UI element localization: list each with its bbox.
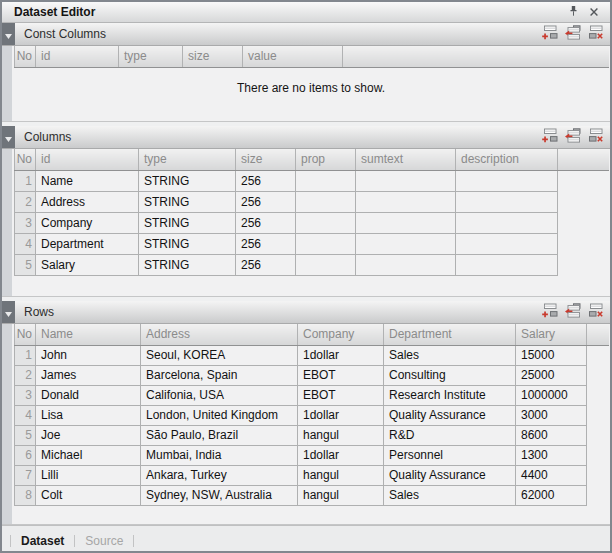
cell[interactable] bbox=[356, 191, 456, 212]
cell[interactable] bbox=[296, 191, 356, 212]
row-number-cell[interactable]: 1 bbox=[15, 170, 36, 191]
table-row[interactable]: 5SalarySTRING256 bbox=[15, 254, 609, 275]
cell[interactable]: EBOT bbox=[298, 365, 384, 385]
cell[interactable]: STRING bbox=[139, 254, 236, 275]
collapse-button[interactable] bbox=[2, 126, 15, 148]
cell[interactable] bbox=[456, 212, 558, 233]
cell[interactable]: John bbox=[36, 345, 141, 365]
cell[interactable]: Seoul, KOREA bbox=[141, 345, 298, 365]
cell[interactable]: Colt bbox=[36, 485, 141, 505]
row-number-cell[interactable]: 8 bbox=[15, 485, 36, 505]
row-number-cell[interactable]: 4 bbox=[15, 233, 36, 254]
pin-button[interactable] bbox=[563, 3, 584, 21]
add-row-button[interactable] bbox=[540, 26, 559, 42]
cell[interactable] bbox=[356, 233, 456, 254]
cell[interactable]: Sydney, NSW, Australia bbox=[141, 485, 298, 505]
cell[interactable]: Lisa bbox=[36, 405, 141, 425]
close-button[interactable] bbox=[584, 3, 604, 21]
cell[interactable] bbox=[456, 254, 558, 275]
cell[interactable]: 8600 bbox=[516, 425, 587, 445]
table-row[interactable]: 3CompanySTRING256 bbox=[15, 212, 609, 233]
row-number-cell[interactable]: 2 bbox=[15, 365, 36, 385]
cell[interactable]: Donald bbox=[36, 385, 141, 405]
cell[interactable] bbox=[296, 254, 356, 275]
cell[interactable]: R&D bbox=[384, 425, 516, 445]
cell[interactable] bbox=[456, 170, 558, 191]
tab-source[interactable]: Source bbox=[75, 526, 133, 553]
cell[interactable]: hangul bbox=[298, 425, 384, 445]
cell[interactable]: Research Institute bbox=[384, 385, 516, 405]
cell[interactable]: 256 bbox=[236, 254, 296, 275]
cell[interactable] bbox=[356, 254, 456, 275]
cell[interactable] bbox=[456, 191, 558, 212]
cell[interactable]: Company bbox=[36, 212, 139, 233]
cell[interactable]: James bbox=[36, 365, 141, 385]
cell[interactable]: Quality Assurance bbox=[384, 465, 516, 485]
cell[interactable]: Personnel bbox=[384, 445, 516, 465]
cell[interactable]: Name bbox=[36, 170, 139, 191]
cell[interactable]: 256 bbox=[236, 170, 296, 191]
table-row[interactable]: 1NameSTRING256 bbox=[15, 170, 609, 191]
cell[interactable]: Ankara, Turkey bbox=[141, 465, 298, 485]
cell[interactable] bbox=[296, 170, 356, 191]
cell[interactable]: Califonia, USA bbox=[141, 385, 298, 405]
cell[interactable]: Lilli bbox=[36, 465, 141, 485]
row-number-cell[interactable]: 5 bbox=[15, 425, 36, 445]
cell[interactable]: Quality Assurance bbox=[384, 405, 516, 425]
cell[interactable] bbox=[296, 212, 356, 233]
cell[interactable]: 1dollar bbox=[298, 445, 384, 465]
cell[interactable]: Joe bbox=[36, 425, 141, 445]
add-row-button[interactable] bbox=[540, 129, 559, 145]
cell[interactable]: 1000000 bbox=[516, 385, 587, 405]
cell[interactable]: Department bbox=[36, 233, 139, 254]
cell[interactable]: 1300 bbox=[516, 445, 587, 465]
tab-dataset[interactable]: Dataset bbox=[11, 526, 74, 553]
table-row[interactable]: 2JamesBarcelona, SpainEBOTConsulting2500… bbox=[15, 365, 609, 385]
cell[interactable]: Barcelona, Spain bbox=[141, 365, 298, 385]
insert-row-button[interactable] bbox=[563, 26, 582, 42]
cell[interactable]: Sales bbox=[384, 345, 516, 365]
cell[interactable]: STRING bbox=[139, 170, 236, 191]
insert-row-button[interactable] bbox=[563, 129, 582, 145]
row-number-cell[interactable]: 7 bbox=[15, 465, 36, 485]
row-number-cell[interactable]: 1 bbox=[15, 345, 36, 365]
cell[interactable]: 1dollar bbox=[298, 345, 384, 365]
cell[interactable]: STRING bbox=[139, 233, 236, 254]
add-row-button[interactable] bbox=[540, 304, 559, 320]
row-number-cell[interactable]: 5 bbox=[15, 254, 36, 275]
cell[interactable]: 4400 bbox=[516, 465, 587, 485]
cell[interactable]: São Paulo, Brazil bbox=[141, 425, 298, 445]
cell[interactable] bbox=[456, 233, 558, 254]
cell[interactable]: London, United Kingdom bbox=[141, 405, 298, 425]
cell[interactable]: STRING bbox=[139, 212, 236, 233]
table-row[interactable]: 3DonaldCalifonia, USAEBOTResearch Instit… bbox=[15, 385, 609, 405]
row-number-cell[interactable]: 2 bbox=[15, 191, 36, 212]
collapse-button[interactable] bbox=[2, 301, 15, 323]
cell[interactable]: 256 bbox=[236, 212, 296, 233]
table-row[interactable]: 2AddressSTRING256 bbox=[15, 191, 609, 212]
cell[interactable]: EBOT bbox=[298, 385, 384, 405]
table-row[interactable]: 4DepartmentSTRING256 bbox=[15, 233, 609, 254]
cell[interactable]: Consulting bbox=[384, 365, 516, 385]
table-row[interactable]: 7LilliAnkara, TurkeyhangulQuality Assura… bbox=[15, 465, 609, 485]
cell[interactable]: STRING bbox=[139, 191, 236, 212]
cell[interactable]: Address bbox=[36, 191, 139, 212]
cell[interactable]: Sales bbox=[384, 485, 516, 505]
table-row[interactable]: 8ColtSydney, NSW, AustraliahangulSales62… bbox=[15, 485, 609, 505]
cell[interactable] bbox=[356, 212, 456, 233]
cell[interactable]: hangul bbox=[298, 465, 384, 485]
cell[interactable]: 3000 bbox=[516, 405, 587, 425]
cell[interactable]: Mumbai, India bbox=[141, 445, 298, 465]
table-row[interactable]: 6MichaelMumbai, India1dollarPersonnel130… bbox=[15, 445, 609, 465]
row-number-cell[interactable]: 4 bbox=[15, 405, 36, 425]
collapse-button[interactable] bbox=[2, 23, 15, 45]
cell[interactable]: 62000 bbox=[516, 485, 587, 505]
cell[interactable]: 256 bbox=[236, 191, 296, 212]
table-row[interactable]: 5JoeSão Paulo, BrazilhangulR&D8600 bbox=[15, 425, 609, 445]
table-row[interactable]: 1JohnSeoul, KOREA1dollarSales15000 bbox=[15, 345, 609, 365]
delete-row-button[interactable] bbox=[586, 129, 605, 145]
cell[interactable]: 25000 bbox=[516, 365, 587, 385]
cell[interactable]: Salary bbox=[36, 254, 139, 275]
cell[interactable] bbox=[296, 233, 356, 254]
row-number-cell[interactable]: 3 bbox=[15, 385, 36, 405]
